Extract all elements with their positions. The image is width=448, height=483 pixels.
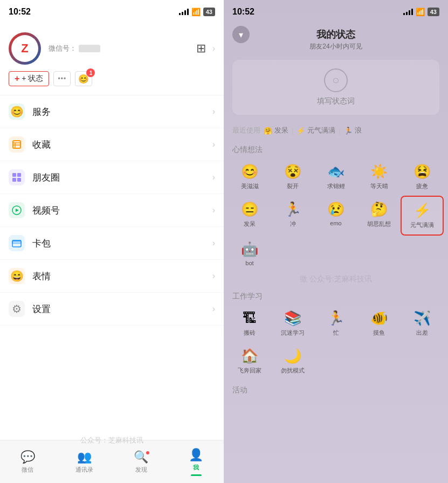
emoji-chong[interactable]: 🏃 冲 — [271, 196, 314, 236]
profile-info: 微信号： — [49, 44, 100, 53]
recent-lang-icon: 🏃 — [344, 127, 353, 135]
piyi-label: 疲惫 — [416, 182, 428, 190]
mood-section-label: 心情想法 — [224, 140, 448, 158]
avatar-initial: Z — [21, 42, 28, 56]
moments-icon — [9, 169, 25, 185]
nav-wechat[interactable]: 💬 微信 — [20, 450, 35, 474]
moyu-icon: 🐠 — [370, 310, 388, 327]
contacts-nav-icon: 👥 — [77, 450, 92, 464]
dengtianqing-label: 等天晴 — [370, 182, 388, 190]
back-button[interactable]: ▾ — [232, 26, 250, 43]
husixuanluan-icon: 🤔 — [370, 201, 388, 218]
liekai-icon: 😵 — [284, 163, 301, 180]
emoji-wufamode[interactable]: 🌙 勿扰模式 — [271, 342, 314, 380]
emoji-mang[interactable]: 🏃 忙 — [314, 305, 357, 342]
chenmi-label: 沉迷学习 — [281, 329, 305, 337]
profile-row: Z 微信号： ⊞ › — [9, 32, 215, 65]
svg-rect-6 — [12, 178, 16, 182]
profile-chevron-icon: › — [212, 44, 215, 53]
action-row: + + 状态 ••• 😊 1 — [9, 71, 215, 86]
menu-item-emotions[interactable]: 😄 表情 › — [0, 260, 224, 293]
svg-rect-4 — [12, 173, 16, 177]
emoji-chenmi[interactable]: 📚 沉迷学习 — [271, 305, 314, 342]
right-status-icons: 📶 43 — [403, 8, 439, 16]
menu-item-favorites[interactable]: 收藏 › — [0, 128, 224, 161]
emo-label: emo — [330, 220, 341, 226]
add-status-label: + 状态 — [22, 74, 43, 84]
right-wifi-icon: 📶 — [416, 8, 425, 16]
divider-2: | — [339, 127, 340, 135]
emoji-dengtianqing[interactable]: ☀️ 等天晴 — [357, 158, 401, 196]
menu-item-services[interactable]: 😊 服务 › — [0, 95, 224, 128]
menu-item-settings[interactable]: ⚙ 设置 › — [0, 293, 224, 326]
settings-icon: ⚙ — [9, 301, 25, 317]
more-button[interactable]: ••• — [53, 71, 71, 86]
emotions-icon: 😄 — [9, 268, 25, 284]
avatar[interactable]: Z — [9, 32, 41, 65]
fazhu-icon: 😑 — [241, 201, 258, 218]
services-icon: 😊 — [9, 104, 25, 120]
left-panel: 10:52 📶 43 Z 微信号： — [0, 0, 224, 483]
recent-lang-label: 浪 — [355, 126, 362, 135]
feibenhuijia-label: 飞奔回家 — [238, 367, 261, 375]
emoji-liekai[interactable]: 😵 裂开 — [271, 158, 314, 196]
emoji-bot[interactable]: 🤖 bot — [228, 236, 271, 272]
emoji-banzhuang[interactable]: 🏗 搬砖 — [228, 305, 271, 342]
wechat-id-value — [79, 45, 100, 52]
wallet-icon — [9, 235, 25, 251]
emoji-feibenhuijia[interactable]: 🏠 飞奔回家 — [228, 342, 271, 380]
emoji-piyi[interactable]: 😫 疲惫 — [401, 158, 444, 196]
recent-item-lang[interactable]: 🏃 浪 — [344, 126, 362, 135]
active-indicator — [191, 474, 202, 476]
emoji-meizizi[interactable]: 😊 美滋滋 — [228, 158, 271, 196]
discover-dot: 🔍 — [134, 450, 148, 464]
emoji-yuanqimanman[interactable]: ⚡ 元气满满 — [401, 196, 444, 236]
menu-item-channels[interactable]: 视频号 › — [0, 194, 224, 227]
right-header: ▾ 我的状态 朋友24小时内可见 — [224, 24, 448, 60]
wechat-id-label: 微信号： — [49, 44, 77, 53]
recent-yuanqi-icon: ⚡ — [297, 127, 305, 135]
recent-item-yuanqi[interactable]: ⚡ 元气满满 — [297, 126, 335, 135]
bot-row: 🤖 bot — [224, 236, 448, 272]
banzhuang-label: 搬砖 — [244, 329, 256, 337]
menu-item-wallet[interactable]: 卡包 › — [0, 227, 224, 260]
nav-me[interactable]: 👤 我 — [189, 448, 203, 476]
emoji-chuchai[interactable]: ✈️ 出差 — [401, 305, 444, 342]
emoji-emo[interactable]: 😢 emo — [314, 196, 357, 236]
emoji-qiujinli[interactable]: 🐟 求锦鲤 — [314, 158, 357, 196]
right-title: 我的状态 — [316, 28, 355, 41]
meizizi-label: 美滋滋 — [241, 182, 259, 190]
qiujinli-icon: 🐟 — [327, 163, 344, 180]
status-input-area[interactable]: ○ 填写状态词 — [232, 60, 439, 115]
left-battery: 43 — [203, 8, 215, 16]
right-panel: 10:52 📶 43 ▾ 我的状态 朋友24小时内可见 — [224, 0, 448, 483]
mang-label: 忙 — [333, 329, 339, 337]
channels-label: 视频号 — [32, 204, 212, 217]
work-section-label: 工作学习 — [224, 286, 448, 305]
emoji-moyu[interactable]: 🐠 摸鱼 — [357, 305, 401, 342]
bot-label: bot — [245, 260, 253, 266]
emoji-husixuanluan[interactable]: 🤔 胡思乱想 — [357, 196, 401, 236]
moments-label: 朋友圈 — [32, 171, 212, 184]
favorites-chevron-icon: › — [212, 140, 215, 149]
nav-discover[interactable]: 🔍 发现 — [134, 450, 148, 474]
nav-contacts[interactable]: 👥 通讯录 — [75, 450, 93, 474]
bottom-nav: 💬 微信 👥 通讯录 🔍 发现 👤 我 — [0, 440, 224, 483]
moments-chevron-icon: › — [212, 172, 215, 182]
discover-nav-icon: 🔍 — [134, 450, 148, 464]
recent-item-fazhu[interactable]: 🤗 发呆 — [264, 126, 288, 135]
status-placeholder: 填写状态词 — [317, 96, 355, 106]
profile-right: ⊞ › — [196, 42, 215, 56]
recent-fazhu-label: 发呆 — [274, 126, 288, 135]
right-battery: 43 — [428, 8, 439, 16]
right-scroll-area[interactable]: 心情想法 😊 美滋滋 😵 裂开 🐟 求锦鲤 ☀️ 等天晴 — [224, 140, 448, 483]
wallet-chevron-icon: › — [212, 238, 215, 248]
meizizi-icon: 😊 — [241, 163, 258, 180]
menu-item-moments[interactable]: 朋友圈 › — [0, 161, 224, 194]
add-status-button[interactable]: + + 状态 — [9, 71, 49, 86]
work-emoji-grid: 🏗 搬砖 📚 沉迷学习 🏃 忙 🐠 摸鱼 ✈️ 出差 — [224, 305, 448, 380]
qr-icon[interactable]: ⊞ — [196, 42, 206, 56]
badge-button[interactable]: 😊 1 — [75, 71, 92, 86]
emoji-fazhu[interactable]: 😑 发呆 — [228, 196, 271, 236]
svg-rect-7 — [17, 178, 21, 182]
